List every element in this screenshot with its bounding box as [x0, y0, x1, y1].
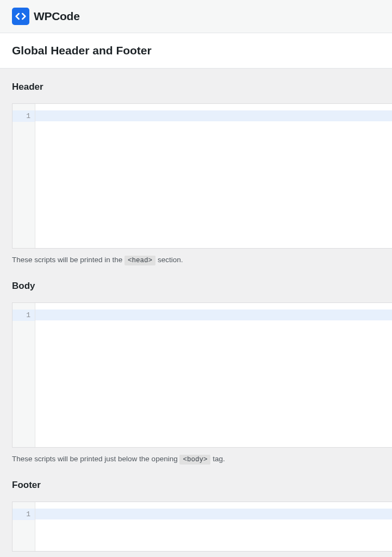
header-code-editor[interactable]: 1: [12, 103, 392, 249]
body-section-heading: Body: [12, 281, 392, 292]
wpcode-logo-icon: [12, 8, 29, 25]
editor-content[interactable]: [35, 502, 392, 551]
line-number: 1: [13, 110, 35, 122]
body-section: Body 1 These scripts will be printed jus…: [12, 281, 392, 463]
body-hint: These scripts will be printed just below…: [12, 455, 392, 463]
editor-gutter: 1: [13, 104, 35, 248]
editor-content[interactable]: [35, 104, 392, 248]
header-hint: These scripts will be printed in the <he…: [12, 256, 392, 264]
hint-prefix: These scripts will be printed just below…: [12, 455, 179, 463]
hint-code-chip: <head>: [125, 256, 155, 265]
editor-gutter: 1: [13, 502, 35, 551]
hint-code-chip: <body>: [179, 455, 210, 465]
active-line: [35, 509, 392, 519]
content-area: Header 1 These scripts will be printed i…: [0, 69, 392, 552]
hint-suffix: tag.: [210, 455, 225, 463]
header-section: Header 1 These scripts will be printed i…: [12, 82, 392, 264]
active-line: [35, 110, 392, 121]
header-section-heading: Header: [12, 82, 392, 92]
hint-suffix: section.: [155, 256, 183, 264]
active-line: [35, 310, 392, 320]
editor-content[interactable]: [35, 303, 392, 447]
line-number: 1: [13, 509, 35, 520]
top-bar: WPCode: [0, 0, 392, 33]
footer-section-heading: Footer: [12, 480, 392, 491]
page-title-bar: Global Header and Footer: [0, 33, 392, 69]
footer-section: Footer 1: [12, 480, 392, 552]
editor-gutter: 1: [13, 303, 35, 447]
brand-logo[interactable]: WPCode: [12, 8, 80, 25]
brand-name: WPCode: [34, 10, 80, 23]
footer-code-editor[interactable]: 1: [12, 502, 392, 552]
page-title: Global Header and Footer: [12, 44, 380, 57]
hint-prefix: These scripts will be printed in the: [12, 256, 125, 264]
body-code-editor[interactable]: 1: [12, 302, 392, 448]
line-number: 1: [13, 310, 35, 321]
